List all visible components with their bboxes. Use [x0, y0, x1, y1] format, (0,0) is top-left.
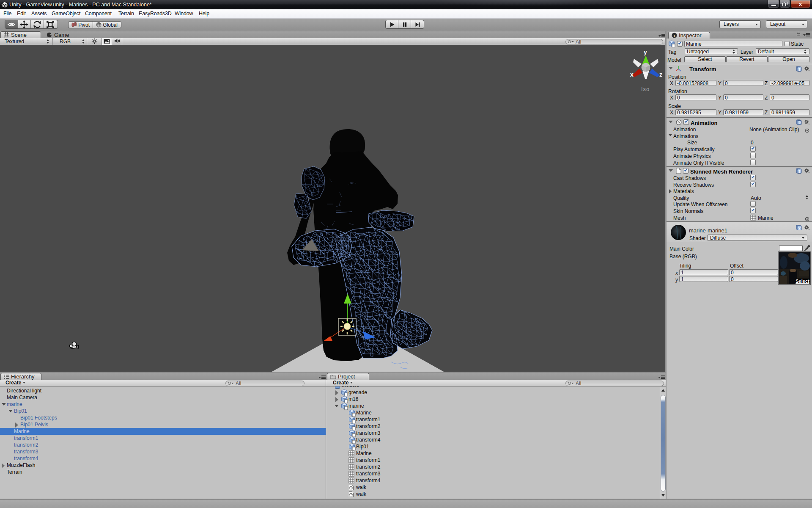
svg-text:x: x [630, 71, 634, 78]
svg-text:i: i [674, 33, 675, 38]
svg-text:y: y [644, 49, 647, 55]
svg-text:?: ? [798, 121, 801, 125]
svg-text:Iso: Iso [641, 86, 650, 92]
svg-text:?: ? [798, 226, 801, 230]
svg-text:?: ? [798, 169, 801, 174]
svg-text:z: z [659, 71, 662, 78]
svg-text:?: ? [798, 67, 801, 72]
